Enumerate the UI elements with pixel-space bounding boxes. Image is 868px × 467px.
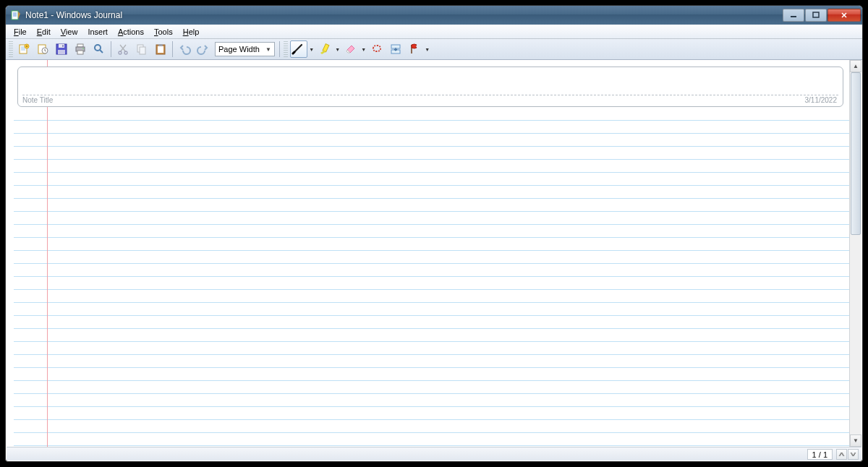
minimize-button[interactable] xyxy=(783,9,804,22)
note-page[interactable]: Note Title 3/11/2022 xyxy=(14,60,849,447)
svg-rect-23 xyxy=(323,44,329,52)
svg-point-17 xyxy=(124,51,127,54)
open-recent-button[interactable] xyxy=(34,40,51,58)
prev-page-button[interactable] xyxy=(836,449,847,460)
svg-rect-1 xyxy=(791,16,796,17)
svg-point-14 xyxy=(82,48,84,49)
find-button[interactable] xyxy=(90,40,108,58)
title-bar[interactable]: Note1 - Windows Journal xyxy=(6,6,862,25)
scroll-down-button[interactable]: ▼ xyxy=(850,434,861,447)
menu-insert[interactable]: Insert xyxy=(82,26,113,38)
flag-dropdown[interactable]: ▼ xyxy=(424,40,431,58)
scroll-up-button[interactable]: ▲ xyxy=(850,60,861,72)
scroll-track[interactable] xyxy=(850,72,861,434)
toolbar-handle[interactable] xyxy=(284,41,288,57)
highlighter-tool-button[interactable] xyxy=(316,40,333,58)
note-title-box[interactable]: Note Title 3/11/2022 xyxy=(17,67,843,107)
pen-tool-button[interactable] xyxy=(290,40,307,58)
menu-bar: File Edit View Insert Actions Tools Help xyxy=(6,25,862,39)
print-button[interactable] xyxy=(72,40,89,58)
menu-edit[interactable]: Edit xyxy=(32,26,56,38)
margin-line xyxy=(47,60,48,447)
redo-button[interactable] xyxy=(195,40,212,58)
eraser-tool-button[interactable] xyxy=(342,40,359,58)
svg-rect-9 xyxy=(58,50,65,54)
menu-view[interactable]: View xyxy=(56,26,83,38)
page-indicator[interactable]: 1 / 1 xyxy=(807,449,833,460)
app-window: Note1 - Windows Journal File Edit View I… xyxy=(5,5,863,462)
cut-button[interactable] xyxy=(114,40,132,58)
toolbar-separator xyxy=(279,41,280,57)
undo-button[interactable] xyxy=(176,40,193,58)
svg-rect-13 xyxy=(77,51,83,54)
next-page-button[interactable] xyxy=(848,449,859,460)
eraser-dropdown[interactable]: ▼ xyxy=(360,40,367,58)
svg-point-15 xyxy=(95,45,101,51)
save-button[interactable] xyxy=(53,40,70,58)
dropdown-arrow-icon: ▼ xyxy=(265,46,271,53)
ruled-lines xyxy=(14,108,849,447)
title-separator xyxy=(22,95,838,95)
svg-rect-2 xyxy=(813,12,819,17)
workspace: Note Title 3/11/2022 xyxy=(7,60,849,447)
toolbar-handle[interactable] xyxy=(9,41,13,57)
insert-space-button[interactable] xyxy=(387,40,404,58)
toolbar: Page Width ▼ ▼ ▼ ▼ xyxy=(6,39,862,60)
svg-rect-21 xyxy=(158,46,163,53)
svg-rect-10 xyxy=(62,45,64,47)
menu-tools[interactable]: Tools xyxy=(149,26,178,38)
new-note-button[interactable] xyxy=(15,40,33,58)
highlighter-dropdown[interactable]: ▼ xyxy=(334,40,341,58)
flag-tool-button[interactable] xyxy=(406,40,423,58)
note-date: 3/11/2022 xyxy=(805,96,838,104)
svg-rect-0 xyxy=(12,11,18,20)
svg-rect-19 xyxy=(140,47,145,54)
zoom-combo[interactable]: Page Width ▼ xyxy=(215,42,275,56)
scroll-thumb[interactable] xyxy=(851,72,861,235)
menu-help[interactable]: Help xyxy=(178,26,205,38)
note-title-placeholder: Note Title xyxy=(22,96,53,104)
close-button[interactable] xyxy=(827,9,861,22)
app-icon xyxy=(10,9,22,21)
pen-dropdown[interactable]: ▼ xyxy=(308,40,315,58)
status-bar: 1 / 1 xyxy=(7,447,861,460)
menu-actions[interactable]: Actions xyxy=(113,26,149,38)
copy-button[interactable] xyxy=(133,40,150,58)
window-controls xyxy=(783,9,861,22)
vertical-scrollbar[interactable]: ▲ ▼ xyxy=(849,60,861,447)
selection-tool-button[interactable] xyxy=(368,40,386,58)
menu-file[interactable]: File xyxy=(9,26,32,38)
zoom-combo-value: Page Width xyxy=(218,45,260,53)
svg-rect-22 xyxy=(158,44,163,46)
toolbar-separator xyxy=(172,41,173,57)
svg-point-16 xyxy=(119,51,122,54)
window-title: Note1 - Windows Journal xyxy=(25,10,783,20)
toolbar-separator xyxy=(111,41,111,57)
paste-button[interactable] xyxy=(152,40,169,58)
maximize-button[interactable] xyxy=(805,9,827,22)
svg-rect-11 xyxy=(77,44,83,47)
